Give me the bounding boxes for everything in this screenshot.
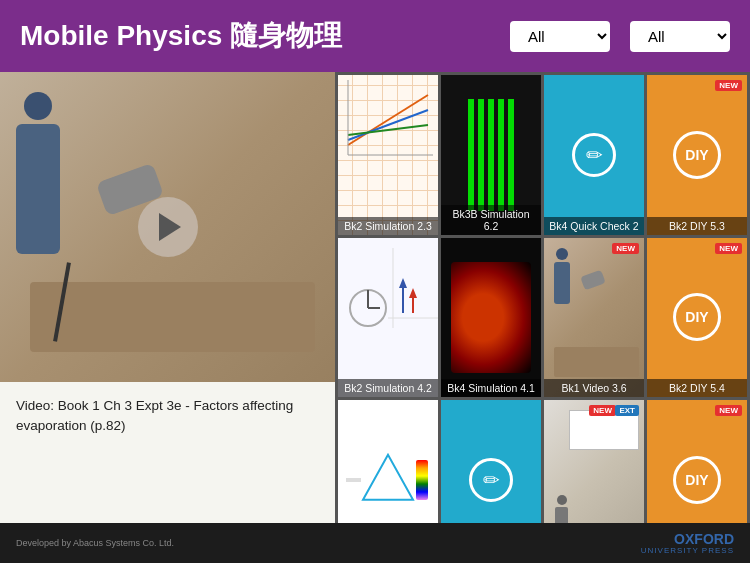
app-title: Mobile Physics 隨身物理 bbox=[20, 17, 490, 55]
rainbow-beam bbox=[416, 460, 428, 500]
publisher-name: OXFORD bbox=[674, 532, 734, 546]
play-button[interactable] bbox=[138, 197, 198, 257]
left-panel: Video: Book 1 Ch 3 Expt 3e - Factors aff… bbox=[0, 72, 335, 563]
badge-new-11: NEW bbox=[715, 405, 742, 416]
grid-label-5: Bk4 Simulation 4.1 bbox=[441, 379, 541, 397]
grid-label-3: Bk2 DIY 5.3 bbox=[647, 217, 747, 235]
grid-item-bk3b-sim-6.2[interactable]: Bk3B Simulation 6.2 bbox=[441, 75, 541, 235]
badge-ext-10: EXT bbox=[615, 405, 639, 416]
badge-new-6: NEW bbox=[612, 243, 639, 254]
quick-check-icon-9: ✏ bbox=[469, 458, 513, 502]
video-thumbnail[interactable] bbox=[0, 72, 335, 382]
filter-dropdown-1[interactable]: All bbox=[510, 21, 610, 52]
play-icon bbox=[159, 213, 181, 241]
diy-icon-7: DIY bbox=[673, 293, 721, 341]
grid-item-bk2-diy-5.4[interactable]: NEW DIY Bk2 DIY 5.4 bbox=[647, 238, 747, 398]
grid-label-2: Bk4 Quick Check 2 bbox=[544, 217, 644, 235]
badge-new-10: NEW bbox=[589, 405, 616, 416]
app-header: Mobile Physics 隨身物理 All All bbox=[0, 0, 750, 72]
magnetic-field-vis bbox=[451, 262, 531, 374]
grid-label-4: Bk2 Simulation 4.2 bbox=[338, 379, 438, 397]
main-content: Video: Book 1 Ch 3 Expt 3e - Factors aff… bbox=[0, 72, 750, 563]
grid-item-bk2-diy-5.3[interactable]: NEW DIY Bk2 DIY 5.3 bbox=[647, 75, 747, 235]
grid-item-bk4-sim-4.1[interactable]: Bk4 Simulation 4.1 bbox=[441, 238, 541, 398]
svg-marker-9 bbox=[399, 278, 407, 288]
content-grid: Bk2 Simulation 2.3 Bk3B Simulation 6.2 ✏… bbox=[335, 72, 750, 563]
svg-marker-14 bbox=[363, 455, 413, 500]
grid-label-1: Bk3B Simulation 6.2 bbox=[441, 205, 541, 235]
quick-check-icon: ✏ bbox=[572, 133, 616, 177]
badge-new-3: NEW bbox=[715, 80, 742, 91]
svg-line-2 bbox=[348, 125, 428, 135]
footer: Developed by Abacus Systems Co. Ltd. OXF… bbox=[0, 523, 750, 563]
diy-icon-11: DIY bbox=[673, 456, 721, 504]
publisher-logo: OXFORD UNIVERSITY PRESS bbox=[641, 532, 734, 555]
light-stripes bbox=[468, 99, 514, 211]
badge-new-7: NEW bbox=[715, 243, 742, 254]
diy-icon-3: DIY bbox=[673, 131, 721, 179]
svg-line-0 bbox=[348, 95, 428, 145]
svg-line-1 bbox=[348, 110, 428, 140]
grid-label-6: Bk1 Video 3.6 bbox=[544, 379, 644, 397]
grid-label-7: Bk2 DIY 5.4 bbox=[647, 379, 747, 397]
grid-item-bk4-qc-2[interactable]: ✏ Bk4 Quick Check 2 bbox=[544, 75, 644, 235]
grid-item-bk2-sim-4.2[interactable]: Bk2 Simulation 4.2 bbox=[338, 238, 438, 398]
grid-item-bk1-vid-3.6[interactable]: NEW Bk1 Video 3.6 bbox=[544, 238, 644, 398]
developer-credit: Developed by Abacus Systems Co. Ltd. bbox=[16, 538, 174, 548]
grid-label-0: Bk2 Simulation 2.3 bbox=[338, 217, 438, 235]
grid-item-bk2-sim-2.3[interactable]: Bk2 Simulation 2.3 bbox=[338, 75, 438, 235]
svg-marker-11 bbox=[409, 288, 417, 298]
filter-dropdown-2[interactable]: All bbox=[630, 21, 730, 52]
publisher-subtitle: UNIVERSITY PRESS bbox=[641, 546, 734, 555]
